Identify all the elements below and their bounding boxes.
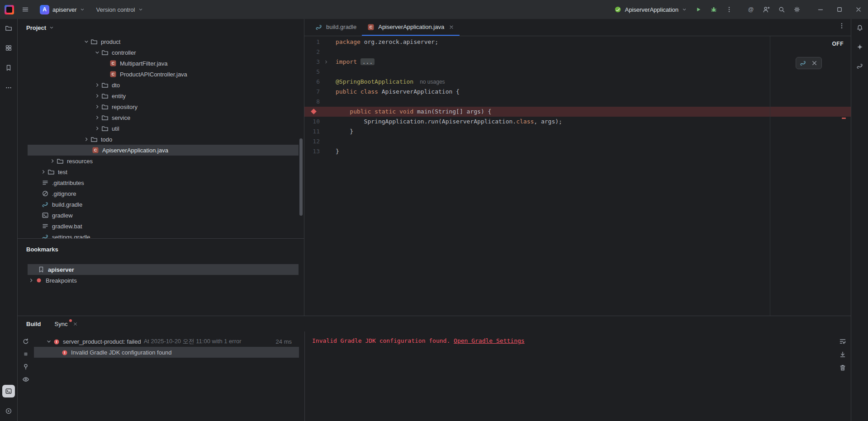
chevron-down-icon[interactable] xyxy=(93,49,101,56)
tree-item-multipartfilter-java[interactable]: CMultipartFilter.java xyxy=(18,58,304,69)
chevron-right-icon[interactable] xyxy=(27,277,35,284)
chevron-right-icon[interactable] xyxy=(82,136,90,143)
bookmarks-panel-header[interactable]: Bookmarks xyxy=(18,241,304,258)
notifications-tool-button[interactable] xyxy=(854,22,866,34)
code-with-me-button[interactable] xyxy=(759,2,774,17)
vcs-widget[interactable]: Version control xyxy=(93,5,147,15)
tree-item-product[interactable]: product xyxy=(18,36,304,47)
tree-item-service[interactable]: service xyxy=(18,112,304,123)
tree-item-apiserverapplication-java[interactable]: CApiserverApplication.java xyxy=(18,145,304,156)
line-number[interactable]: 3 xyxy=(304,57,320,67)
build-panel-title: Build xyxy=(26,321,41,327)
project-tree: productcontrollerCMultipartFilter.javaCP… xyxy=(18,36,304,238)
tree-item-gitattributes[interactable]: .gitattributes xyxy=(18,177,304,188)
scrollbar-thumb[interactable] xyxy=(299,138,303,216)
more-tool-windows-tool-button[interactable] xyxy=(2,81,15,94)
maximize-button[interactable] xyxy=(830,0,849,19)
tree-item-dto[interactable]: dto xyxy=(18,80,304,90)
code-editor[interactable]: 1package org.zerock.apiserver;23import .… xyxy=(304,36,851,316)
bookmark-item-apiserver[interactable]: apiserverDefault xyxy=(18,264,304,275)
tree-item-util[interactable]: util xyxy=(18,123,304,134)
chevron-right-icon[interactable] xyxy=(93,114,101,121)
close-window-button[interactable] xyxy=(849,0,868,19)
rerun-sync-icon[interactable] xyxy=(20,336,31,347)
tree-item-repository[interactable]: repository xyxy=(18,101,304,112)
services-tool-button[interactable] xyxy=(2,405,15,417)
editor-tab-build-gradle[interactable]: build.gradle xyxy=(310,19,362,36)
chevron-right-icon[interactable] xyxy=(93,92,101,99)
ai-assistant-tool-button[interactable] xyxy=(854,41,866,53)
tree-item-settings-gradle[interactable]: settings.gradle xyxy=(18,232,304,238)
open-gradle-settings-link[interactable]: Open Gradle Settings xyxy=(454,337,525,344)
line-number[interactable]: 8 xyxy=(304,97,320,107)
line-number[interactable]: 12 xyxy=(304,137,320,147)
bookmarks-panel-title: Bookmarks xyxy=(26,246,58,253)
project-tool-button[interactable] xyxy=(2,22,15,34)
pin-icon[interactable] xyxy=(20,361,31,372)
minimize-button[interactable] xyxy=(811,0,830,19)
tree-item-label: .gitignore xyxy=(52,190,76,197)
search-everywhere-button[interactable] xyxy=(774,2,789,17)
clear-all-icon[interactable] xyxy=(838,363,847,372)
tree-item-gradlew[interactable]: gradlew xyxy=(18,210,304,221)
more-actions-button[interactable] xyxy=(721,2,737,17)
project-widget[interactable]: A apiserver xyxy=(37,3,88,16)
close-tab-icon[interactable] xyxy=(73,322,78,326)
chevron-right-icon[interactable] xyxy=(39,168,47,175)
terminal-tool-button[interactable] xyxy=(2,385,15,397)
tree-item-entity[interactable]: entity xyxy=(18,90,304,101)
line-number[interactable]: 1 xyxy=(304,37,320,47)
chevron-right-icon[interactable] xyxy=(48,157,57,165)
tree-item-label: gradlew.bat xyxy=(52,223,82,230)
folder-icon xyxy=(5,24,12,32)
tree-item-controller[interactable]: controller xyxy=(18,47,304,58)
chevron-down-icon[interactable] xyxy=(82,38,90,45)
tree-item-resources[interactable]: resources xyxy=(18,156,304,166)
tree-item-productapicontroller-java[interactable]: CProductAPIController.java xyxy=(18,69,304,80)
tree-item-gradlew-bat[interactable]: gradlew.bat xyxy=(18,221,304,232)
project-panel-header[interactable]: Project xyxy=(18,19,304,36)
tab-sync[interactable]: Sync xyxy=(55,321,78,327)
line-number[interactable]: 6 xyxy=(304,77,320,87)
load-gradle-changes-widget[interactable] xyxy=(796,57,822,69)
structure-tool-button[interactable] xyxy=(2,42,15,54)
chevron-right-icon[interactable] xyxy=(93,125,101,132)
chevron-down-icon[interactable] xyxy=(45,338,53,345)
tree-item-test[interactable]: test xyxy=(18,166,304,177)
main-menu-button[interactable] xyxy=(19,4,32,15)
folder-icon xyxy=(101,49,109,56)
tab-options-icon[interactable] xyxy=(838,22,845,29)
build-tree-item-server-product-product-failed[interactable]: !server_product-product: failedAt 2025-1… xyxy=(34,336,299,347)
line-number[interactable]: 2 xyxy=(304,47,320,57)
close-icon[interactable] xyxy=(811,60,818,66)
build-tree-item-invalid-gradle-jdk-configuration-found[interactable]: !Invalid Gradle JDK configuration found xyxy=(34,347,299,358)
chevron-right-icon[interactable] xyxy=(93,81,101,89)
run-configuration-widget[interactable]: ApiserverApplication xyxy=(611,4,691,15)
tree-item-gitignore[interactable]: .gitignore xyxy=(18,188,304,199)
tab-label: build.gradle xyxy=(326,24,356,30)
gradle-tool-button[interactable] xyxy=(854,60,866,72)
debug-button[interactable] xyxy=(706,2,721,17)
tree-item-todo[interactable]: todo xyxy=(18,134,304,145)
close-tab-icon[interactable] xyxy=(449,24,454,30)
scroll-to-end-icon[interactable] xyxy=(838,350,847,359)
line-number[interactable]: 13 xyxy=(304,147,320,156)
bookmark-item-breakpoints[interactable]: Breakpoints xyxy=(18,275,304,286)
run-button[interactable] xyxy=(691,2,706,17)
chevron-right-icon[interactable] xyxy=(93,103,101,110)
line-number[interactable]: 10 xyxy=(304,117,320,127)
stop-icon[interactable] xyxy=(20,349,31,360)
line-number[interactable]: 5 xyxy=(304,67,320,77)
fold-marker-icon[interactable] xyxy=(320,57,332,67)
soft-wrap-icon[interactable] xyxy=(838,337,847,346)
editor-tab-apiserverapplication-java[interactable]: CApiserverApplication.java xyxy=(362,19,460,36)
line-number[interactable]: 11 xyxy=(304,127,320,137)
tree-item-build-gradle[interactable]: build.gradle xyxy=(18,199,304,210)
view-options-icon[interactable] xyxy=(20,374,31,385)
settings-button[interactable] xyxy=(789,2,805,17)
line-number[interactable]: 7 xyxy=(304,87,320,97)
bookmarks-tool-button[interactable] xyxy=(2,61,15,74)
breakpoint-marker[interactable] xyxy=(304,107,320,117)
error-stripe-mark[interactable] xyxy=(842,118,846,119)
mentions-button[interactable]: @ xyxy=(743,2,759,17)
